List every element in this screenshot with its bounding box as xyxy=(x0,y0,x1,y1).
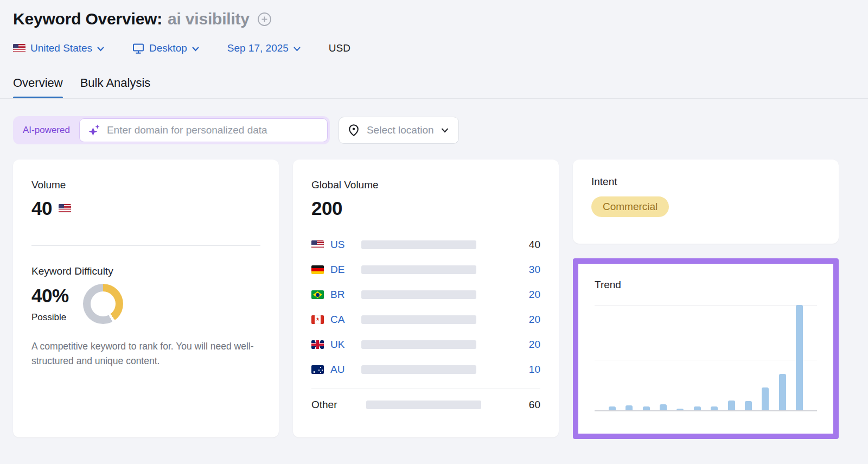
tabs-container: Overview Bulk Analysis xyxy=(13,76,855,99)
date-filter[interactable]: Sep 17, 2025 xyxy=(227,42,301,54)
country-flag-icon xyxy=(311,265,324,274)
country-volume-row: AU 10 xyxy=(311,357,540,382)
keyword-overview-page: Keyword Overview:ai visibility United St… xyxy=(0,0,868,439)
country-volume-row: UK 20 xyxy=(311,332,540,357)
trend-bar xyxy=(745,401,752,411)
country-flag-icon xyxy=(311,315,324,324)
country-volume-row: DE 30 xyxy=(311,257,540,282)
domain-input[interactable] xyxy=(107,124,320,136)
trend-bar xyxy=(796,305,803,411)
keyword-difficulty-value: 40% xyxy=(31,285,69,307)
location-filter-label: United States xyxy=(30,42,92,54)
date-filter-label: Sep 17, 2025 xyxy=(227,42,289,54)
country-volume-value[interactable]: 30 xyxy=(476,264,540,276)
country-volume-bar xyxy=(361,340,476,349)
intent-card: Intent Commercial xyxy=(573,160,839,244)
trend-chart xyxy=(595,305,817,411)
trend-bar xyxy=(779,374,786,411)
trend-title: Trend xyxy=(595,279,817,291)
global-volume-card: Global Volume 200 US 40 DE 30 BR 20 CA 2… xyxy=(293,160,559,437)
select-location-dropdown[interactable]: Select location xyxy=(339,117,459,144)
country-volume-bar xyxy=(361,265,476,274)
currency-label: USD xyxy=(329,42,350,54)
trend-bars xyxy=(609,305,803,411)
trend-card: Trend xyxy=(573,258,839,439)
trend-bar xyxy=(762,387,769,411)
keyword-difficulty-description: A competitive keyword to rank for. You w… xyxy=(31,339,259,368)
domain-input-container[interactable] xyxy=(79,118,328,142)
country-flag-icon xyxy=(311,340,324,349)
country-code-link[interactable]: CA xyxy=(330,314,356,326)
global-volume-value: 200 xyxy=(311,198,540,219)
page-header: Keyword Overview:ai visibility xyxy=(13,10,855,28)
ai-powered-group: AI-powered xyxy=(13,116,330,144)
page-title-keyword: ai visibility xyxy=(168,10,250,28)
country-volume-bar xyxy=(361,365,476,374)
filter-bar: United States Desktop Sep 17, 2025 USD xyxy=(13,42,855,54)
other-volume-bar xyxy=(366,401,481,409)
desktop-icon xyxy=(132,43,144,54)
country-volume-value[interactable]: 40 xyxy=(476,239,540,251)
global-volume-title: Global Volume xyxy=(311,179,540,191)
country-volume-bar xyxy=(361,315,476,324)
chevron-down-icon xyxy=(192,47,199,52)
page-title-prefix: Keyword Overview: xyxy=(13,10,162,28)
country-flag-icon xyxy=(311,290,324,299)
keyword-difficulty-title: Keyword Difficulty xyxy=(31,265,260,277)
device-filter[interactable]: Desktop xyxy=(132,42,199,54)
ai-powered-badge: AI-powered xyxy=(15,125,79,136)
other-volume-value: 60 xyxy=(481,399,540,411)
kd-donut xyxy=(83,284,123,324)
country-flag-icon xyxy=(311,240,324,249)
us-flag-icon xyxy=(59,204,71,213)
chevron-down-icon xyxy=(293,47,301,52)
trend-baseline xyxy=(595,410,817,411)
right-column: Intent Commercial Trend xyxy=(573,160,839,439)
select-location-label: Select location xyxy=(367,124,434,136)
us-flag-icon xyxy=(13,44,25,53)
intent-title: Intent xyxy=(591,176,820,188)
country-volume-value[interactable]: 20 xyxy=(476,314,540,326)
volume-title: Volume xyxy=(31,179,260,191)
country-volume-row: BR 20 xyxy=(311,282,540,307)
country-code-link[interactable]: UK xyxy=(330,339,356,351)
add-keyword-icon[interactable] xyxy=(257,12,272,27)
other-label: Other xyxy=(311,399,361,411)
volume-difficulty-card: Volume 40 Keyword Difficulty 40% Possibl… xyxy=(13,160,279,437)
country-volume-row: US 40 xyxy=(311,232,540,257)
chevron-down-icon xyxy=(97,47,104,52)
tab-overview[interactable]: Overview xyxy=(13,76,63,99)
tab-bulk-analysis[interactable]: Bulk Analysis xyxy=(80,76,151,99)
country-volume-value[interactable]: 10 xyxy=(476,364,540,376)
card-divider xyxy=(311,389,540,389)
intent-badge[interactable]: Commercial xyxy=(591,196,669,217)
country-volume-value[interactable]: 20 xyxy=(476,289,540,301)
country-volume-row: CA 20 xyxy=(311,307,540,332)
country-code-link[interactable]: BR xyxy=(330,289,356,301)
chevron-down-icon xyxy=(441,128,449,133)
location-filter[interactable]: United States xyxy=(13,42,104,54)
country-code-link[interactable]: AU xyxy=(330,364,356,376)
sparkles-icon xyxy=(87,123,101,137)
page-title: Keyword Overview:ai visibility xyxy=(13,10,250,28)
country-code-link[interactable]: US xyxy=(330,239,356,251)
country-volume-bar xyxy=(361,290,476,299)
country-volume-list: US 40 DE 30 BR 20 CA 20 UK 20 AU 10 xyxy=(311,232,540,382)
country-code-link[interactable]: DE xyxy=(330,264,356,276)
country-volume-value[interactable]: 20 xyxy=(476,339,540,351)
keyword-difficulty-label: Possible xyxy=(31,312,69,323)
personalization-bar: AI-powered Select location xyxy=(13,116,855,144)
metrics-cards: Volume 40 Keyword Difficulty 40% Possibl… xyxy=(13,160,855,439)
location-pin-icon xyxy=(348,124,360,137)
country-flag-icon xyxy=(311,365,324,374)
volume-value: 40 xyxy=(31,198,52,219)
tabs-divider xyxy=(0,98,868,99)
country-volume-bar xyxy=(361,240,476,249)
other-volume-row: Other 60 xyxy=(311,392,540,417)
trend-bar xyxy=(728,401,735,411)
device-filter-label: Desktop xyxy=(149,42,187,54)
card-divider xyxy=(31,245,260,246)
